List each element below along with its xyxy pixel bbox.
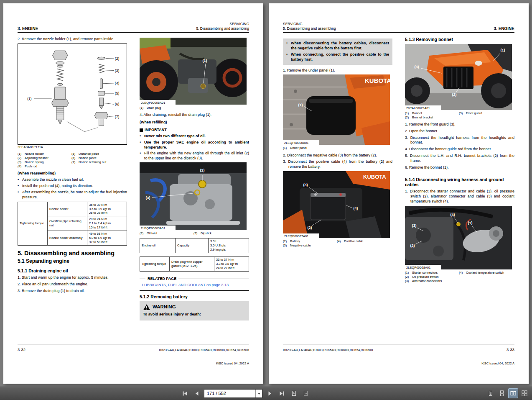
- figure-callout: (7): [115, 115, 120, 119]
- header-section-title: 3. ENGINE: [494, 26, 514, 31]
- photo-callout: (3): [303, 183, 308, 187]
- single-page-view-button[interactable]: [486, 388, 496, 398]
- figure-code: 2LEQP00028A01: [406, 265, 430, 269]
- legend-num: (1): [18, 152, 25, 156]
- legend-text: Adjusting washer: [25, 156, 71, 160]
- continuous-facing-view-button[interactable]: [519, 388, 529, 398]
- step-text: 2. Disconnect the negative cable (3) fro…: [283, 153, 392, 158]
- table-cell: 35 to 39 N·m 3.6 to 3.9 kgf·m 26 to 28 l…: [87, 202, 127, 216]
- table-cell: Overflow pipe retaining nut: [48, 216, 87, 231]
- step-text: 2. Remove the nozzle holder (1), and rem…: [18, 37, 127, 42]
- figure-legend: (2)Oil inlet (3)Dipstick: [140, 231, 249, 236]
- step-text: 1. Remove the under panel (1).: [283, 68, 392, 73]
- figure-code: 2VTAL00023A01: [406, 106, 430, 110]
- step-text: 3. Disconnect the headlight harness from…: [405, 136, 514, 146]
- table-cell: 3.3 L 3.5 U.S.qts 2.9 Imp.qts: [209, 238, 249, 253]
- step-text: 1. Remove the front guard (3).: [405, 122, 514, 127]
- legend-text: Coolant temperature switch: [466, 271, 514, 275]
- left-column: 2. Remove the nozzle holder (1), and rem…: [18, 37, 127, 342]
- warning-box: WARNING To avoid serious injury or death…: [140, 301, 249, 321]
- legend-num: (2): [140, 231, 147, 236]
- step-text: 1. Disconnect the starter connector and …: [405, 189, 514, 204]
- photo-callout: (4): [354, 206, 358, 210]
- facing-view-button[interactable]: [508, 388, 518, 398]
- figure-code: 2LEQP00006A01: [141, 101, 165, 105]
- important-square-icon: [140, 128, 143, 132]
- bullet-text: Never mix two different type of oil.: [140, 134, 249, 139]
- next-view-button[interactable]: [301, 388, 311, 398]
- photo-callout: (1): [298, 103, 303, 107]
- figure-legend: (1)Starter connectors (4)Coolant tempera…: [405, 271, 514, 283]
- nozzle-exploded-diagram: (1) (2) (3) (4) (5) (6) (7): [18, 44, 127, 145]
- legend-text: Oil inlet: [147, 231, 193, 236]
- legend-text: Under panel: [290, 146, 337, 150]
- step-text: 4. After draining, reinstall the drain p…: [140, 113, 249, 118]
- continuous-view-button[interactable]: [497, 388, 507, 398]
- section-heading: 5. Disassembling and assembling: [18, 250, 127, 257]
- legend-num: (1): [405, 111, 412, 115]
- table-cell: Nozzle holder assembly: [48, 231, 87, 245]
- page-dropdown-arrow-icon[interactable]: [255, 390, 262, 397]
- bonnet-photo: (1) (2) (3) 2VTAL00023A01: [405, 44, 514, 110]
- legend-num: (3): [459, 111, 466, 115]
- footer-model-list: BX23S-AU,LA340AU,BT603,RCK54D,RCK60D,RCK…: [283, 348, 373, 352]
- header-chapter-title: 5. Disassembling and assembling: [196, 26, 249, 31]
- bullet-text: Assemble the nozzle in clean fuel oil.: [18, 177, 127, 182]
- header-left-block: SERVICING 5. Disassembling and assemblin…: [283, 22, 336, 31]
- table-cell: 20 to 24 N·m 2.1 to 2.4 kgf·m 15 to 17 l…: [87, 216, 127, 231]
- legend-text: Starter connectors: [412, 271, 459, 275]
- legend-num: (2): [283, 239, 290, 244]
- figure-code: 2LEQP00027A01: [284, 234, 308, 238]
- single-page-icon: [488, 390, 494, 396]
- legend-text: Drain plug: [147, 106, 193, 110]
- photo-callout: (3): [146, 196, 150, 200]
- figure-code: 2LEQP00026A01: [284, 141, 308, 145]
- right-column: 5.1.3 Removing bonnet (1) (2): [405, 37, 514, 342]
- page-navigation-group: 171 / 552: [180, 388, 311, 398]
- legend-num: (2): [405, 115, 412, 120]
- bullet-text: Install the push rod (4), noting its dir…: [18, 184, 127, 189]
- continuous-facing-icon: [522, 390, 527, 396]
- previous-view-button[interactable]: [289, 388, 299, 398]
- view-mode-group: [486, 388, 529, 398]
- last-page-button[interactable]: [277, 388, 287, 398]
- step-text: 2. Open the bonnet.: [405, 129, 514, 134]
- legend-num: (4): [18, 164, 25, 169]
- photo-callout: (3): [412, 223, 417, 228]
- subheading: (When refilling): [140, 120, 249, 125]
- related-page-link[interactable]: LUBRICANTS, FUEL AND COOLANT on page 2-1…: [140, 283, 249, 288]
- previous-page-icon: [194, 391, 200, 396]
- legend-text: Dipstick: [201, 231, 249, 236]
- photo-image: (1) 2LEQP00006A01: [140, 38, 247, 105]
- table-cell: Nozzle holder: [48, 202, 87, 216]
- under-panel-photo: KUBOTA (1) 2LEQP00026A01: [283, 74, 392, 145]
- photo-callout: (1): [203, 59, 207, 63]
- previous-page-button[interactable]: [192, 388, 202, 398]
- pdf-viewer-canvas: 3. ENGINE SERVICING 5. Disassembling and…: [0, 0, 532, 400]
- subsubsection-heading: 5.1.3 Removing bonnet: [405, 37, 514, 42]
- step-text: 6. Remove the bonnet (1).: [405, 165, 514, 170]
- figure-code: 3EEABAB1P171A: [18, 145, 127, 149]
- table-cell: 49 to 68 N·m 5.0 to 6.9 kgf·m 37 to 50 l…: [87, 231, 127, 245]
- subsubsection-heading: 5.1.4 Disconnecting wiring harness and g…: [405, 177, 514, 187]
- next-view-icon: [303, 390, 309, 396]
- next-page-button[interactable]: [265, 388, 275, 398]
- warning-text: To avoid serious injury or death:: [143, 312, 246, 317]
- engine-oil-photo: (2) (3) 2LEQP00003A01: [140, 162, 249, 230]
- legend-num: (2): [18, 156, 25, 160]
- table-cell: Tightening torque: [140, 256, 170, 271]
- continuous-page-icon: [499, 390, 505, 396]
- related-page-label: RELATED PAGE: [148, 277, 176, 282]
- figure-code: 2LEQP00003A01: [141, 226, 165, 230]
- photo-image: (1) (2) (3) (4) 2LEQP00028A01: [405, 206, 512, 269]
- photo-callout: (3): [415, 65, 419, 69]
- figure-callout: (6): [115, 102, 120, 106]
- legend-num: (3): [405, 279, 412, 283]
- page-number-input[interactable]: 171 / 552: [204, 389, 262, 398]
- legend-text: Push rod: [25, 164, 71, 169]
- photo-image: (1) (2) (3) 2VTAL00023A01: [405, 44, 512, 110]
- footer-model-list: BX23S-AU,LA340AU,BT603,RCK54D,RCK60D,RCK…: [159, 348, 249, 352]
- first-page-button[interactable]: [180, 388, 190, 398]
- legend-text: Positive cable: [344, 239, 392, 244]
- right-column: (1) 2LEQP00006A01 (1)Drain plug 4. After…: [140, 37, 249, 342]
